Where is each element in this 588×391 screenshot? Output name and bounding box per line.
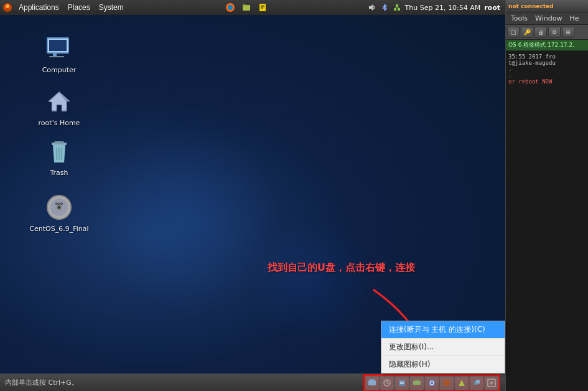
home-icon[interactable]: root's Home	[34, 84, 84, 130]
panel-window-menu[interactable]: Window	[533, 14, 564, 22]
svg-rect-18	[53, 54, 57, 56]
terminal-line-1: t@jiake-magedu	[508, 60, 586, 66]
panel-title: not connected	[508, 3, 554, 9]
terminal-line-2: .	[508, 66, 586, 72]
bottom-icons-area	[363, 374, 500, 392]
panel-tool-4[interactable]: ⚙	[548, 27, 561, 38]
terminal-line-3: .	[508, 72, 586, 78]
svg-rect-43	[413, 381, 421, 385]
trash-icon-img	[44, 136, 74, 166]
panel-tools-menu[interactable]: Tools	[508, 14, 530, 22]
taskbar-right: Thu Sep 21, 10:54 AM root	[363, 3, 505, 12]
taskbar-icon-3[interactable]	[395, 376, 409, 390]
svg-rect-13	[396, 4, 398, 7]
svg-rect-50	[476, 380, 480, 384]
gnome-icon	[2, 2, 12, 12]
taskbar-icon-9[interactable]	[485, 376, 498, 390]
svg-rect-24	[54, 141, 64, 144]
context-menu: 连接(断开与 主机 的连接)(C) 更改图标(I)... 隐藏图标(H)	[381, 321, 505, 374]
panel-status-text: OS 6 桥接模式 172.17.2.	[508, 42, 574, 48]
trash-icon[interactable]: Trash	[34, 134, 84, 179]
taskbar-icon-6[interactable]	[440, 376, 454, 390]
dvd-icon-img: DVD	[44, 192, 74, 222]
svg-rect-4	[243, 5, 250, 11]
panel-tool-5[interactable]: ⊞	[562, 27, 574, 38]
taskbar-icon-5[interactable]	[425, 376, 439, 390]
panel-tool-3[interactable]: 🖨	[534, 27, 547, 38]
svg-rect-19	[49, 56, 64, 57]
applications-menu[interactable]: Applications	[15, 2, 63, 13]
dvd-icon[interactable]: DVD CentOS_6.9_Final	[34, 190, 84, 235]
system-menu[interactable]: System	[95, 2, 128, 13]
panel-toolbar: □ 🔑 🖨 ⚙ ⊞	[506, 25, 588, 40]
svg-point-1	[6, 4, 9, 8]
svg-marker-48	[459, 380, 465, 386]
computer-icon[interactable]: Computer	[34, 31, 84, 77]
computer-label: Computer	[42, 66, 77, 74]
terminal-line-4: or reboot NOW	[508, 78, 586, 85]
bottom-taskbar: 内部单击或按 Ctrl+G。	[0, 374, 505, 391]
svg-rect-12	[398, 8, 400, 11]
taskbar-icon-7[interactable]	[455, 376, 469, 390]
svg-point-47	[444, 380, 450, 386]
taskbar: Applications Places System	[0, 0, 505, 15]
texteditor-icon[interactable]	[258, 2, 268, 12]
svg-rect-40	[399, 380, 405, 386]
svg-marker-22	[49, 93, 67, 110]
svg-line-15	[397, 7, 399, 8]
taskbar-icon-1[interactable]	[365, 376, 379, 390]
annotation-text: 找到自己的U盘，点击右键，连接	[268, 261, 415, 275]
svg-line-39	[387, 383, 389, 384]
svg-rect-35	[368, 380, 376, 385]
datetime-display: Thu Sep 21, 10:54 AM	[405, 4, 481, 12]
context-menu-item-2[interactable]: 隐藏图标(H)	[381, 356, 505, 373]
terminal-line-0: 35:55 2017 fro	[508, 54, 586, 60]
trash-label: Trash	[50, 169, 68, 177]
svg-rect-11	[394, 8, 396, 11]
taskbar-left: Applications Places System	[0, 2, 130, 13]
panel-tool-1[interactable]: □	[507, 27, 520, 38]
filemanager-icon[interactable]	[241, 2, 251, 12]
bluetooth-icon[interactable]	[380, 3, 389, 12]
places-menu[interactable]: Places	[64, 2, 94, 13]
computer-icon-img	[44, 34, 74, 64]
panel-status: OS 6 桥接模式 172.17.2.	[506, 40, 588, 51]
svg-rect-20	[49, 40, 67, 51]
svg-rect-44	[415, 380, 419, 381]
svg-marker-10	[369, 4, 373, 11]
svg-rect-5	[243, 4, 246, 6]
svg-rect-36	[370, 379, 375, 380]
right-panel: not connected Tools Window He □ 🔑 🖨 ⚙ ⊞ …	[505, 0, 588, 391]
svg-text:DVD: DVD	[55, 202, 63, 205]
context-menu-item-1[interactable]: 更改图标(I)...	[381, 339, 505, 356]
context-menu-item-0[interactable]: 连接(断开与 主机 的连接)(C)	[381, 321, 505, 339]
bottom-hint: 内部单击或按 Ctrl+G。	[5, 378, 78, 387]
panel-tool-2[interactable]: 🔑	[521, 27, 533, 38]
taskbar-center	[130, 2, 363, 12]
svg-line-14	[395, 7, 397, 8]
panel-terminal: 35:55 2017 fro t@jiake-magedu . . or reb…	[506, 51, 588, 391]
taskbar-icon-4[interactable]	[410, 376, 424, 390]
volume-icon[interactable]	[368, 3, 376, 12]
taskbar-icon-2[interactable]	[380, 376, 394, 390]
panel-title-bar: not connected	[506, 0, 588, 12]
home-label: root's Home	[39, 119, 80, 127]
panel-menu-bar: Tools Window He	[506, 12, 588, 25]
svg-point-32	[58, 206, 60, 209]
firefox-icon[interactable]	[225, 2, 235, 12]
taskbar-icon-8[interactable]	[470, 376, 483, 390]
user-display: root	[484, 4, 500, 12]
dvd-label: CentOS_6.9_Final	[29, 225, 88, 233]
network-icon[interactable]	[393, 3, 401, 12]
panel-help-menu[interactable]: He	[567, 14, 581, 22]
svg-point-3	[228, 5, 233, 10]
home-icon-img	[44, 87, 74, 116]
svg-rect-6	[259, 4, 266, 11]
